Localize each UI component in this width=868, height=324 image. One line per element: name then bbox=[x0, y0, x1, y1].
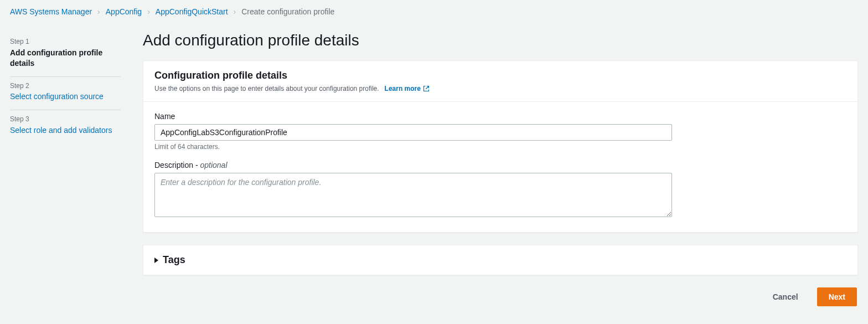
wizard-steps: Step 1 Add configuration profile details… bbox=[10, 20, 121, 312]
external-link-icon bbox=[423, 85, 430, 92]
page-title: Add configuration profile details bbox=[143, 20, 858, 60]
wizard-step-2[interactable]: Step 2 Select configuration source bbox=[10, 77, 121, 111]
learn-more-link[interactable]: Learn more bbox=[385, 85, 430, 92]
step-index: Step 2 bbox=[10, 81, 121, 91]
panel-body: Name Limit of 64 characters. Description… bbox=[143, 102, 857, 232]
learn-more-label: Learn more bbox=[385, 85, 421, 92]
configuration-profile-details-panel: Configuration profile details Use the op… bbox=[143, 60, 858, 233]
breadcrumb-current: Create configuration profile bbox=[241, 7, 334, 16]
panel-header: Configuration profile details Use the op… bbox=[143, 61, 857, 102]
name-label: Name bbox=[154, 112, 846, 121]
breadcrumb-aws-systems-manager[interactable]: AWS Systems Manager bbox=[10, 7, 92, 16]
tags-panel: Tags bbox=[143, 245, 858, 275]
step-title: Add configuration profile details bbox=[10, 48, 121, 69]
description-textarea[interactable] bbox=[154, 173, 672, 217]
breadcrumb: AWS Systems Manager › AppConfig › AppCon… bbox=[0, 0, 868, 20]
wizard-step-1: Step 1 Add configuration profile details bbox=[10, 33, 121, 77]
panel-description: Use the options on this page to enter de… bbox=[154, 85, 846, 92]
description-optional: optional bbox=[200, 161, 227, 169]
name-hint: Limit of 64 characters. bbox=[154, 143, 846, 151]
caret-right-icon bbox=[154, 258, 158, 263]
wizard-footer: Cancel Next bbox=[143, 287, 858, 312]
step-title: Select configuration source bbox=[10, 91, 121, 102]
wizard-step-3[interactable]: Step 3 Select role and add validators bbox=[10, 110, 121, 143]
step-index: Step 1 bbox=[10, 37, 121, 47]
name-field: Name Limit of 64 characters. bbox=[154, 112, 846, 151]
tags-toggle[interactable]: Tags bbox=[143, 245, 857, 275]
chevron-right-icon: › bbox=[97, 7, 100, 16]
description-label-text: Description - bbox=[154, 161, 200, 169]
panel-title: Configuration profile details bbox=[154, 70, 846, 81]
step-index: Step 3 bbox=[10, 115, 121, 124]
description-label: Description - optional bbox=[154, 161, 846, 169]
breadcrumb-appconfig[interactable]: AppConfig bbox=[106, 7, 142, 16]
step-title: Select role and add validators bbox=[10, 125, 121, 136]
cancel-button[interactable]: Cancel bbox=[762, 287, 809, 306]
main-content: Add configuration profile details Config… bbox=[143, 20, 858, 312]
name-input[interactable] bbox=[154, 124, 672, 141]
breadcrumb-appconfigquickstart[interactable]: AppConfigQuickStart bbox=[156, 7, 228, 16]
chevron-right-icon: › bbox=[234, 7, 236, 16]
tags-title: Tags bbox=[163, 254, 185, 266]
chevron-right-icon: › bbox=[147, 7, 150, 16]
description-field: Description - optional bbox=[154, 161, 846, 219]
next-button[interactable]: Next bbox=[817, 287, 857, 306]
panel-desc-text: Use the options on this page to enter de… bbox=[154, 85, 379, 92]
